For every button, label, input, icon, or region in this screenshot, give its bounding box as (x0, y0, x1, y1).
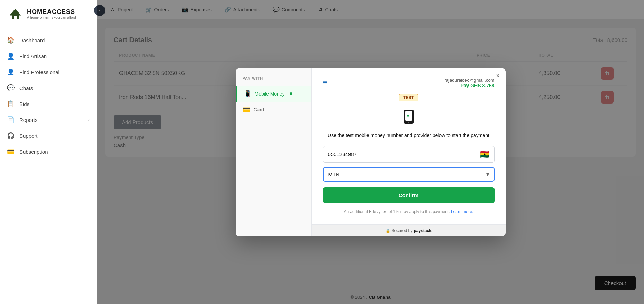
modal-close-button[interactable]: × (496, 72, 500, 79)
phone-input-row: 0551234987 🇬🇭 (323, 146, 495, 163)
sidebar-label-artisan: Find Artisan (19, 53, 47, 59)
phone-number: 0551234987 (328, 151, 477, 157)
instruction-text: Use the test mobile money number and pro… (328, 132, 489, 139)
sidebar-label-support: Support (19, 133, 38, 139)
lock-icon: 🔒 (386, 229, 390, 233)
active-indicator (290, 92, 292, 95)
chevron-down-icon: ▾ (486, 171, 489, 178)
paystack-brand: paystack (414, 228, 432, 233)
mobile-money-label: Mobile Money (255, 91, 285, 97)
sidebar: HOMEACCESS A home on terms you can affor… (0, 0, 97, 304)
mobile-money-icon: 📱 (244, 90, 251, 98)
support-icon: 🎧 (7, 132, 15, 140)
pay-with-label: PAY WITH (236, 76, 311, 86)
hamburger-icon: ≡ (323, 78, 327, 87)
card-label: Card (254, 107, 264, 113)
chats-icon: 💬 (7, 84, 15, 92)
mobile-money-option[interactable]: 📱 Mobile Money (236, 86, 311, 102)
phone-payment-icon (400, 108, 417, 125)
modal-overlay: PAY WITH 📱 Mobile Money 💳 Card × ≡ (97, 0, 644, 304)
card-option[interactable]: 💳 Card (236, 102, 311, 118)
modal-pay-amount: Pay GHS 8,768 (445, 83, 495, 88)
e-levy-text: An additional E-levy fee of 1% may apply… (344, 208, 473, 215)
sidebar-item-support[interactable]: 🎧 Support (0, 128, 97, 144)
sidebar-label-professional: Find Professional (19, 69, 60, 75)
sidebar-label-bids: Bids (19, 101, 29, 107)
modal-left-panel: PAY WITH 📱 Mobile Money 💳 Card (236, 68, 312, 236)
sidebar-item-bids[interactable]: 📋 Bids (0, 96, 97, 112)
bids-icon: 📋 (7, 100, 15, 108)
sidebar-item-chats[interactable]: 💬 Chats (0, 80, 97, 96)
modal-email: rajaduraioec@gmail.com (445, 78, 495, 83)
sidebar-item-find-professional[interactable]: 👤 Find Professional (0, 64, 97, 80)
phone-icon-container (400, 108, 417, 126)
test-badge: TEST (399, 94, 418, 101)
payment-modal: PAY WITH 📱 Mobile Money 💳 Card × ≡ (236, 68, 506, 236)
svg-point-7 (406, 114, 410, 118)
email-pay-block: rajaduraioec@gmail.com Pay GHS 8,768 (445, 78, 495, 88)
learn-more-link[interactable]: Learn more. (451, 209, 473, 214)
sidebar-item-subscription[interactable]: 💳 Subscription (0, 144, 97, 160)
home-icon: 🏠 (7, 36, 15, 44)
chevron-right-icon: › (88, 117, 90, 122)
sidebar-item-find-artisan[interactable]: 👤 Find Artisan (0, 48, 97, 64)
sidebar-item-reports[interactable]: 📄 Reports › (0, 112, 97, 128)
subscription-icon: 💳 (7, 148, 15, 155)
svg-rect-3 (14, 16, 17, 19)
sidebar-item-dashboard[interactable]: 🏠 Dashboard (0, 32, 97, 48)
artisan-icon: 👤 (7, 52, 15, 60)
main-content: 🗂 Project 🛒 Orders 📷 Expenses 🔗 Attachme… (97, 0, 644, 304)
sidebar-label-chats: Chats (19, 85, 33, 91)
reports-icon: 📄 (7, 116, 15, 124)
modal-right-panel: × ≡ rajaduraioec@gmail.com Pay GHS 8,768… (312, 68, 506, 224)
ghana-flag-icon: 🇬🇭 (480, 150, 489, 159)
paystack-footer: 🔒 Secured by paystack (312, 224, 506, 236)
logo: HOMEACCESS A home on terms you can affor… (0, 0, 97, 28)
card-icon: 💳 (243, 106, 250, 114)
sidebar-label-reports: Reports (19, 117, 38, 123)
modal-header: ≡ rajaduraioec@gmail.com Pay GHS 8,768 (323, 78, 495, 88)
sidebar-label-dashboard: Dashboard (19, 37, 45, 43)
provider-select-row[interactable]: MTN ▾ (323, 167, 495, 182)
confirm-button[interactable]: Confirm (323, 187, 495, 203)
modal-amount: GHS 8,768 (470, 83, 494, 88)
sidebar-label-subscription: Subscription (19, 149, 48, 155)
professional-icon: 👤 (7, 68, 15, 76)
logo-title: HOMEACCESS (27, 8, 76, 16)
provider-name: MTN (328, 171, 486, 177)
logo-subtitle: A home on terms you can afford (27, 16, 76, 19)
svg-point-6 (408, 122, 409, 123)
sidebar-nav: 🏠 Dashboard 👤 Find Artisan 👤 Find Profes… (0, 28, 97, 304)
